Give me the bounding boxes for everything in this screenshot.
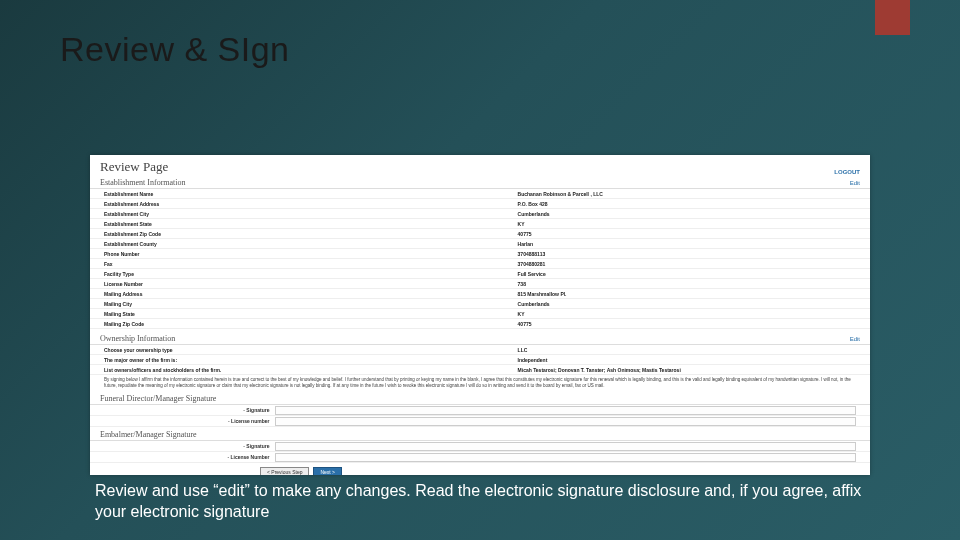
table-row: Establishment Zip Code40775 — [90, 229, 870, 239]
section-title: Establishment Information — [100, 178, 186, 187]
section-establishment-header: Establishment Information Edit — [90, 177, 870, 189]
table-row: Establishment NameBuchanan Robinson & Pa… — [90, 189, 870, 199]
table-row: List owners/officers and stockholders of… — [90, 365, 870, 375]
slide-caption: Review and use “edit” to make any change… — [95, 480, 890, 522]
table-row: Facility TypeFull Service — [90, 269, 870, 279]
edit-link-establishment[interactable]: Edit — [850, 180, 860, 186]
table-row: The major owner of the firm is:Independe… — [90, 355, 870, 365]
table-row: Choose your ownership typeLLC — [90, 345, 870, 355]
accent-bar — [875, 0, 910, 35]
license-label: - License number — [104, 417, 275, 426]
signature-label: - Signature — [104, 406, 275, 415]
signature-input[interactable] — [275, 406, 856, 415]
logout-link[interactable]: LOGOUT — [834, 169, 860, 175]
table-row: Phone Number3704888113 — [90, 249, 870, 259]
previous-button[interactable]: < Previous Step — [260, 467, 309, 475]
slide-title: Review & SIgn — [60, 30, 290, 69]
next-button[interactable]: Next > — [313, 467, 342, 475]
table-row: Fax3704880281 — [90, 259, 870, 269]
signature-label: - Signature — [104, 442, 275, 451]
table-row: Mailing CityCumberlands — [90, 299, 870, 309]
page-title: Review Page — [100, 159, 168, 175]
edit-link-ownership[interactable]: Edit — [850, 336, 860, 342]
table-row: Mailing Address815 Marshmallow Pl. — [90, 289, 870, 299]
section-title: Funeral Director/Manager Signature — [100, 394, 216, 403]
table-row: Establishment AddressP.O. Box 428 — [90, 199, 870, 209]
table-row: Establishment CityCumberlands — [90, 209, 870, 219]
table-row: Establishment StateKY — [90, 219, 870, 229]
signature-input[interactable] — [275, 442, 856, 451]
section-fd-signature: Funeral Director/Manager Signature — [90, 393, 870, 405]
license-input[interactable] — [275, 453, 856, 462]
page-header: Review Page LOGOUT — [90, 155, 870, 177]
table-row: Mailing Zip Code40775 — [90, 319, 870, 329]
license-label: - License Number — [104, 453, 275, 462]
section-title: Embalmer/Manager Signature — [100, 430, 197, 439]
button-row: < Previous Step Next > — [90, 463, 870, 475]
license-input[interactable] — [275, 417, 856, 426]
disclosure-text: By signing below I affirm that the infor… — [90, 375, 870, 391]
section-embalmer-signature: Embalmer/Manager Signature — [90, 429, 870, 441]
table-row: Establishment CountyHarlan — [90, 239, 870, 249]
embedded-screenshot: Review Page LOGOUT Establishment Informa… — [90, 155, 870, 475]
section-title: Ownership Information — [100, 334, 175, 343]
section-ownership-header: Ownership Information Edit — [90, 333, 870, 345]
table-row: Mailing StateKY — [90, 309, 870, 319]
table-row: License Number738 — [90, 279, 870, 289]
